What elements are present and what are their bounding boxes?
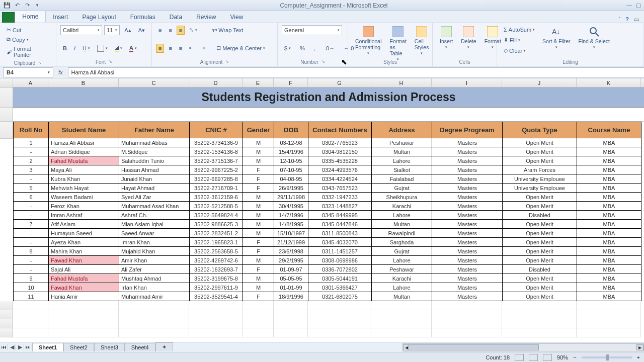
cell[interactable]: 35202-2563658-5 <box>190 247 243 256</box>
cell[interactable]: 29/2/1995 <box>274 256 308 265</box>
cell[interactable]: Humayun Saeed <box>49 229 119 238</box>
cell[interactable]: Saeed Anwar <box>119 229 190 238</box>
cell[interactable]: 35202-2832451-2 <box>190 229 243 238</box>
cell[interactable]: Open Merit <box>503 220 577 229</box>
cell[interactable]: 0345-8449995 <box>308 211 372 220</box>
cell[interactable] <box>308 310 371 319</box>
cell[interactable] <box>432 319 502 328</box>
cell[interactable]: Muhammad Abbas <box>119 138 190 147</box>
align-middle-icon[interactable]: ≡ <box>166 26 174 35</box>
cell[interactable] <box>243 319 274 328</box>
cell[interactable]: MBA <box>577 138 641 147</box>
new-sheet-icon[interactable]: ✶ <box>155 342 173 351</box>
table-row[interactable]: 8Mahira KhanMujahid Khan35202-2563658-5F… <box>14 247 641 256</box>
cell[interactable]: M <box>243 202 274 211</box>
cell[interactable]: 0336-7072802 <box>308 265 372 274</box>
cell[interactable]: 18/9/1996 <box>274 292 308 301</box>
cell[interactable]: 15/4/1996 <box>274 147 308 156</box>
table-row[interactable]: 6Waseem BadamiSyed Ali Zar35202-3612159-… <box>14 193 641 202</box>
table-row[interactable]: -Ayeza KhanImran Khan35202-1965823-1F21/… <box>14 238 641 247</box>
cell[interactable]: Karachi <box>372 274 432 283</box>
table-row[interactable]: -Feroz KhanMuhammad Asad Khan35202-52125… <box>14 202 641 211</box>
cell[interactable]: M <box>243 220 274 229</box>
fx-icon[interactable]: fx <box>58 69 63 75</box>
cell[interactable]: M <box>243 256 274 265</box>
cell[interactable]: Peshawar <box>372 265 432 274</box>
cell[interactable]: Salahuddin Tunio <box>119 156 190 165</box>
cell[interactable]: Mahira Khan <box>49 247 119 256</box>
cell[interactable] <box>274 328 308 337</box>
cell[interactable]: Sialkot <box>372 165 432 174</box>
cell[interactable] <box>577 328 641 337</box>
zoom-slider[interactable] <box>582 356 632 358</box>
cell[interactable]: Open Merit <box>503 247 577 256</box>
cell[interactable]: Imran Ashraf <box>49 211 119 220</box>
cell[interactable]: Masters <box>432 292 503 301</box>
cell[interactable] <box>48 310 119 319</box>
horizontal-scrollbar[interactable]: ◀ ▶ <box>403 343 644 351</box>
cell[interactable] <box>371 310 432 319</box>
tab-home[interactable]: Home <box>15 11 46 23</box>
cell[interactable]: - <box>14 202 49 211</box>
find-select-button[interactable]: Find & Select▾ <box>576 25 613 50</box>
th-roll[interactable]: Roll No <box>14 122 49 138</box>
increase-decimal-icon[interactable]: .0→ <box>322 44 337 53</box>
cell[interactable]: 01-09-97 <box>274 265 308 274</box>
cell[interactable] <box>189 319 243 328</box>
cell[interactable] <box>308 328 371 337</box>
cell[interactable]: F <box>243 265 274 274</box>
name-box[interactable]: B4▾ <box>3 67 53 77</box>
table-row[interactable]: -Adnan SiddiqueM.Siddque35202-1534136-8M… <box>14 147 641 156</box>
cell[interactable]: Hayat Ahmad <box>119 184 190 193</box>
cell[interactable]: Masters <box>432 202 503 211</box>
merge-center-button[interactable]: ⊟Merge & Center▾ <box>214 43 268 53</box>
table-row[interactable]: 2Fahad MustafaSalahuddin Tunio35202-3715… <box>14 156 641 165</box>
table-row[interactable]: 9Fahad MustafaMushtaq Ahmad35202-3199675… <box>14 274 641 283</box>
table-row[interactable]: 3Maya AliHassan Ahmad35202-9967225-2F07-… <box>14 165 641 174</box>
cell[interactable]: - <box>14 265 49 274</box>
cell[interactable]: Masters <box>432 211 503 220</box>
cell[interactable]: Hamza Ali Abbasi <box>49 138 119 147</box>
cell[interactable]: Open Merit <box>503 238 577 247</box>
qat-customize-icon[interactable]: ▼ <box>33 2 41 10</box>
formula-input[interactable]: Hamza Ali Abbasi <box>68 67 644 77</box>
cell[interactable]: Peshawar <box>372 138 432 147</box>
cell[interactable]: Mian Aslam Iqbal <box>119 220 190 229</box>
cell[interactable] <box>577 301 641 310</box>
th-cnic[interactable]: CNIC # <box>190 122 243 138</box>
fill-color-button[interactable]: ◢▾ <box>112 43 125 54</box>
cell[interactable]: 14/7/1996 <box>274 211 308 220</box>
cell[interactable]: Lahore <box>372 283 432 292</box>
cell[interactable]: Masters <box>432 184 503 193</box>
cell[interactable]: 0345-0447846 <box>308 220 372 229</box>
cell[interactable] <box>189 328 243 337</box>
cell[interactable]: 21/12/1999 <box>274 238 308 247</box>
cell[interactable]: M <box>243 193 274 202</box>
col-header[interactable]: F <box>274 78 308 87</box>
cell[interactable]: Muhammad Asad Khan <box>119 202 190 211</box>
cell[interactable]: 0335-4535228 <box>308 156 372 165</box>
col-header[interactable]: J <box>502 78 577 87</box>
comma-icon[interactable]: , <box>311 44 318 53</box>
row-header[interactable] <box>0 87 13 108</box>
cell[interactable]: - <box>14 147 49 156</box>
tab-nav-first-icon[interactable]: ⏮ <box>0 344 8 350</box>
cell[interactable]: Open Merit <box>503 283 577 292</box>
cell[interactable]: M <box>243 147 274 156</box>
cell[interactable]: Gujrat <box>372 184 432 193</box>
file-tab[interactable] <box>2 12 15 23</box>
cell[interactable] <box>274 301 308 310</box>
cell[interactable]: 1 <box>14 138 49 147</box>
cell[interactable]: Ali Zafer <box>119 265 190 274</box>
sort-filter-button[interactable]: A↓Sort & Filter▾ <box>539 25 573 50</box>
cell[interactable]: Kubra Khan <box>49 174 119 184</box>
cell[interactable]: Syed Ali Zar <box>119 193 190 202</box>
tab-review[interactable]: Review <box>189 12 223 23</box>
col-header[interactable]: D <box>189 78 243 87</box>
table-row[interactable]: -Imran AshrafAshraf Ch.35202-5649824-4M1… <box>14 211 641 220</box>
cell[interactable]: M <box>243 156 274 165</box>
cell[interactable]: Masters <box>432 156 503 165</box>
cell[interactable]: 0332-1947233 <box>308 193 372 202</box>
cell[interactable] <box>308 319 371 328</box>
cell[interactable]: Rawalpindi <box>372 229 432 238</box>
